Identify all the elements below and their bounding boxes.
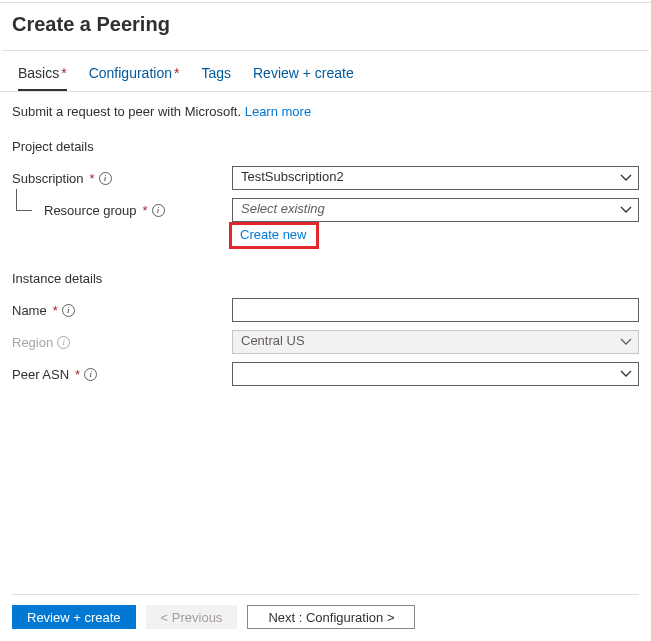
description-text: Submit a request to peer with Microsoft. [12,104,241,119]
subscription-label: Subscription* i [12,171,232,186]
create-new-highlight: Create new [229,222,319,249]
required-marker: * [174,65,179,81]
info-icon[interactable]: i [152,204,165,217]
next-button[interactable]: Next : Configuration > [247,605,415,629]
tab-tags[interactable]: Tags [201,65,231,91]
region-value: Central US [241,333,305,348]
info-icon[interactable]: i [62,304,75,317]
tab-basics-label: Basics [18,65,59,81]
tab-review-create-label: Review + create [253,65,354,81]
chevron-down-icon [620,206,632,214]
tab-configuration[interactable]: Configuration* [89,65,180,91]
info-icon[interactable]: i [99,172,112,185]
resource-group-label: Resource group* i [12,203,232,218]
description: Submit a request to peer with Microsoft.… [0,92,651,123]
info-icon[interactable]: i [57,336,70,349]
name-field[interactable] [232,298,639,322]
subscription-value: TestSubscription2 [241,169,344,184]
chevron-down-icon [620,370,632,378]
info-icon[interactable]: i [84,368,97,381]
learn-more-link[interactable]: Learn more [245,104,311,119]
instance-details-heading: Instance details [0,249,651,290]
review-create-button[interactable]: Review + create [12,605,136,629]
peer-asn-label: Peer ASN* i [12,367,232,382]
region-select: Central US [232,330,639,354]
create-new-link[interactable]: Create new [240,227,306,242]
resource-group-select[interactable]: Select existing [232,198,639,222]
nesting-indicator [16,189,32,211]
chevron-down-icon [620,174,632,182]
subscription-select[interactable]: TestSubscription2 [232,166,639,190]
page-title: Create a Peering [0,3,651,50]
required-marker: * [61,65,66,81]
project-details-heading: Project details [0,123,651,158]
tab-tags-label: Tags [201,65,231,81]
previous-button: < Previous [146,605,238,629]
tab-review-create[interactable]: Review + create [253,65,354,91]
tab-basics[interactable]: Basics* [18,65,67,91]
tab-configuration-label: Configuration [89,65,172,81]
resource-group-placeholder: Select existing [241,201,325,216]
name-label: Name* i [12,303,232,318]
footer: Review + create < Previous Next : Config… [12,594,639,629]
region-label: Region i [12,335,232,350]
chevron-down-icon [620,338,632,346]
peer-asn-select[interactable] [232,362,639,386]
tabs: Basics* Configuration* Tags Review + cre… [0,51,651,92]
